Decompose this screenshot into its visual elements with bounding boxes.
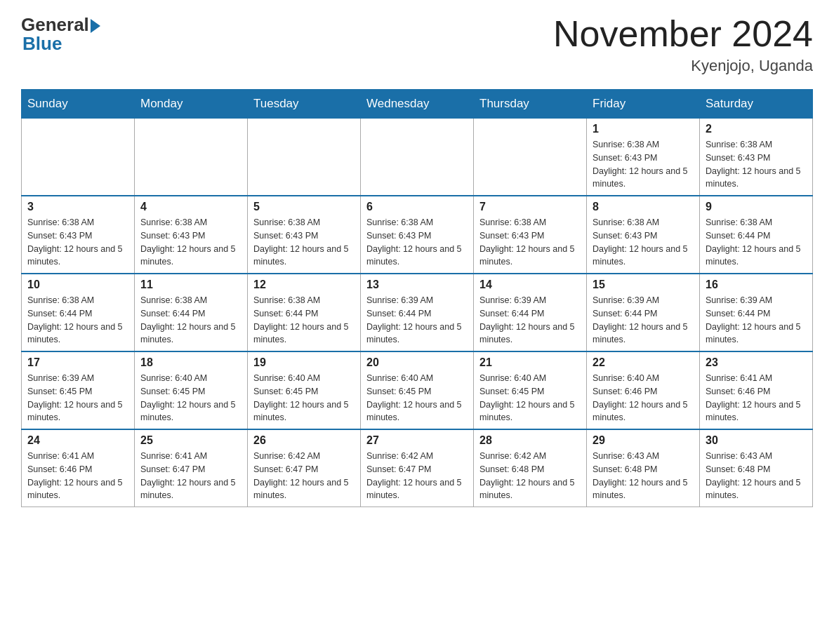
calendar-cell bbox=[474, 119, 587, 196]
day-number: 2 bbox=[706, 123, 807, 135]
day-number: 3 bbox=[27, 201, 128, 213]
calendar-cell: 25Sunrise: 6:41 AMSunset: 6:47 PMDayligh… bbox=[135, 429, 248, 507]
day-info: Sunrise: 6:42 AMSunset: 6:47 PMDaylight:… bbox=[366, 450, 468, 502]
calendar-week-row: 1Sunrise: 6:38 AMSunset: 6:43 PMDaylight… bbox=[22, 119, 813, 196]
calendar-week-row: 24Sunrise: 6:41 AMSunset: 6:46 PMDayligh… bbox=[22, 429, 813, 507]
calendar-cell: 7Sunrise: 6:38 AMSunset: 6:43 PMDaylight… bbox=[474, 196, 587, 274]
calendar-cell: 3Sunrise: 6:38 AMSunset: 6:43 PMDaylight… bbox=[22, 196, 135, 274]
day-number: 22 bbox=[593, 356, 694, 369]
day-info: Sunrise: 6:38 AMSunset: 6:43 PMDaylight:… bbox=[140, 216, 241, 269]
day-number: 12 bbox=[253, 279, 355, 291]
day-number: 13 bbox=[366, 279, 468, 291]
day-info: Sunrise: 6:38 AMSunset: 6:43 PMDaylight:… bbox=[479, 216, 581, 269]
day-info: Sunrise: 6:41 AMSunset: 6:47 PMDaylight:… bbox=[140, 450, 241, 502]
day-number: 29 bbox=[593, 434, 694, 447]
day-info: Sunrise: 6:43 AMSunset: 6:48 PMDaylight:… bbox=[706, 450, 807, 502]
day-info: Sunrise: 6:39 AMSunset: 6:44 PMDaylight:… bbox=[706, 294, 807, 347]
calendar-cell: 10Sunrise: 6:38 AMSunset: 6:44 PMDayligh… bbox=[22, 274, 135, 351]
calendar-cell: 15Sunrise: 6:39 AMSunset: 6:44 PMDayligh… bbox=[587, 274, 700, 351]
calendar-cell: 6Sunrise: 6:38 AMSunset: 6:43 PMDaylight… bbox=[361, 196, 474, 274]
day-info: Sunrise: 6:38 AMSunset: 6:43 PMDaylight:… bbox=[27, 216, 128, 269]
day-info: Sunrise: 6:39 AMSunset: 6:44 PMDaylight:… bbox=[593, 294, 694, 347]
day-number: 26 bbox=[253, 434, 355, 447]
day-info: Sunrise: 6:38 AMSunset: 6:44 PMDaylight:… bbox=[140, 294, 241, 347]
day-number: 27 bbox=[366, 434, 468, 447]
day-of-week-header: Wednesday bbox=[361, 90, 474, 119]
day-info: Sunrise: 6:38 AMSunset: 6:43 PMDaylight:… bbox=[706, 138, 807, 191]
calendar-cell: 8Sunrise: 6:38 AMSunset: 6:43 PMDaylight… bbox=[587, 196, 700, 274]
day-info: Sunrise: 6:40 AMSunset: 6:45 PMDaylight:… bbox=[366, 372, 468, 424]
calendar-cell: 28Sunrise: 6:42 AMSunset: 6:48 PMDayligh… bbox=[474, 429, 587, 507]
calendar-cell: 1Sunrise: 6:38 AMSunset: 6:43 PMDaylight… bbox=[587, 119, 700, 196]
day-number: 1 bbox=[593, 123, 694, 135]
day-number: 4 bbox=[140, 201, 241, 213]
day-number: 25 bbox=[140, 434, 241, 447]
calendar-cell: 23Sunrise: 6:41 AMSunset: 6:46 PMDayligh… bbox=[700, 351, 813, 429]
day-info: Sunrise: 6:38 AMSunset: 6:43 PMDaylight:… bbox=[593, 216, 694, 269]
day-number: 10 bbox=[27, 279, 128, 291]
page-header: General Blue November 2024 Kyenjojo, Uga… bbox=[21, 14, 813, 75]
location: Kyenjojo, Uganda bbox=[553, 57, 813, 75]
calendar-cell: 14Sunrise: 6:39 AMSunset: 6:44 PMDayligh… bbox=[474, 274, 587, 351]
calendar-cell: 17Sunrise: 6:39 AMSunset: 6:45 PMDayligh… bbox=[22, 351, 135, 429]
month-title: November 2024 bbox=[553, 14, 813, 54]
calendar-cell: 20Sunrise: 6:40 AMSunset: 6:45 PMDayligh… bbox=[361, 351, 474, 429]
calendar-cell: 18Sunrise: 6:40 AMSunset: 6:45 PMDayligh… bbox=[135, 351, 248, 429]
calendar-cell: 2Sunrise: 6:38 AMSunset: 6:43 PMDaylight… bbox=[700, 119, 813, 196]
calendar-cell: 27Sunrise: 6:42 AMSunset: 6:47 PMDayligh… bbox=[361, 429, 474, 507]
day-number: 18 bbox=[140, 356, 241, 369]
calendar-cell: 13Sunrise: 6:39 AMSunset: 6:44 PMDayligh… bbox=[361, 274, 474, 351]
calendar-cell: 30Sunrise: 6:43 AMSunset: 6:48 PMDayligh… bbox=[700, 429, 813, 507]
calendar-cell: 5Sunrise: 6:38 AMSunset: 6:43 PMDaylight… bbox=[248, 196, 361, 274]
logo-arrow-icon bbox=[91, 19, 100, 33]
day-info: Sunrise: 6:38 AMSunset: 6:44 PMDaylight:… bbox=[27, 294, 128, 347]
day-info: Sunrise: 6:40 AMSunset: 6:45 PMDaylight:… bbox=[253, 372, 355, 424]
day-number: 17 bbox=[27, 356, 128, 369]
logo-blue-text: Blue bbox=[22, 33, 62, 55]
day-number: 14 bbox=[479, 279, 581, 291]
day-info: Sunrise: 6:39 AMSunset: 6:44 PMDaylight:… bbox=[479, 294, 581, 347]
calendar-table: SundayMondayTuesdayWednesdayThursdayFrid… bbox=[21, 89, 813, 507]
day-info: Sunrise: 6:38 AMSunset: 6:44 PMDaylight:… bbox=[253, 294, 355, 347]
day-number: 15 bbox=[593, 279, 694, 291]
day-number: 9 bbox=[706, 201, 807, 213]
day-of-week-header: Friday bbox=[587, 90, 700, 119]
day-info: Sunrise: 6:43 AMSunset: 6:48 PMDaylight:… bbox=[593, 450, 694, 502]
title-section: November 2024 Kyenjojo, Uganda bbox=[553, 14, 813, 75]
day-info: Sunrise: 6:40 AMSunset: 6:46 PMDaylight:… bbox=[593, 372, 694, 424]
day-of-week-header: Monday bbox=[135, 90, 248, 119]
day-of-week-header: Sunday bbox=[22, 90, 135, 119]
day-number: 7 bbox=[479, 201, 581, 213]
day-number: 28 bbox=[479, 434, 581, 447]
calendar-cell: 29Sunrise: 6:43 AMSunset: 6:48 PMDayligh… bbox=[587, 429, 700, 507]
day-of-week-header: Thursday bbox=[474, 90, 587, 119]
day-of-week-header: Tuesday bbox=[248, 90, 361, 119]
calendar-cell: 21Sunrise: 6:40 AMSunset: 6:45 PMDayligh… bbox=[474, 351, 587, 429]
day-info: Sunrise: 6:40 AMSunset: 6:45 PMDaylight:… bbox=[140, 372, 241, 424]
day-number: 16 bbox=[706, 279, 807, 291]
calendar-cell: 24Sunrise: 6:41 AMSunset: 6:46 PMDayligh… bbox=[22, 429, 135, 507]
calendar-cell: 11Sunrise: 6:38 AMSunset: 6:44 PMDayligh… bbox=[135, 274, 248, 351]
day-number: 23 bbox=[706, 356, 807, 369]
calendar-cell: 4Sunrise: 6:38 AMSunset: 6:43 PMDaylight… bbox=[135, 196, 248, 274]
calendar-week-row: 10Sunrise: 6:38 AMSunset: 6:44 PMDayligh… bbox=[22, 274, 813, 351]
day-info: Sunrise: 6:38 AMSunset: 6:44 PMDaylight:… bbox=[706, 216, 807, 269]
day-number: 6 bbox=[366, 201, 468, 213]
day-info: Sunrise: 6:38 AMSunset: 6:43 PMDaylight:… bbox=[253, 216, 355, 269]
calendar-cell: 26Sunrise: 6:42 AMSunset: 6:47 PMDayligh… bbox=[248, 429, 361, 507]
day-number: 30 bbox=[706, 434, 807, 447]
day-of-week-header: Saturday bbox=[700, 90, 813, 119]
calendar-cell bbox=[248, 119, 361, 196]
calendar-cell: 9Sunrise: 6:38 AMSunset: 6:44 PMDaylight… bbox=[700, 196, 813, 274]
logo: General Blue bbox=[21, 14, 100, 55]
day-number: 19 bbox=[253, 356, 355, 369]
calendar-cell bbox=[135, 119, 248, 196]
day-number: 5 bbox=[253, 201, 355, 213]
day-info: Sunrise: 6:40 AMSunset: 6:45 PMDaylight:… bbox=[479, 372, 581, 424]
calendar-header-row: SundayMondayTuesdayWednesdayThursdayFrid… bbox=[22, 90, 813, 119]
day-number: 21 bbox=[479, 356, 581, 369]
day-info: Sunrise: 6:42 AMSunset: 6:47 PMDaylight:… bbox=[253, 450, 355, 502]
day-info: Sunrise: 6:41 AMSunset: 6:46 PMDaylight:… bbox=[706, 372, 807, 424]
calendar-week-row: 3Sunrise: 6:38 AMSunset: 6:43 PMDaylight… bbox=[22, 196, 813, 274]
calendar-week-row: 17Sunrise: 6:39 AMSunset: 6:45 PMDayligh… bbox=[22, 351, 813, 429]
